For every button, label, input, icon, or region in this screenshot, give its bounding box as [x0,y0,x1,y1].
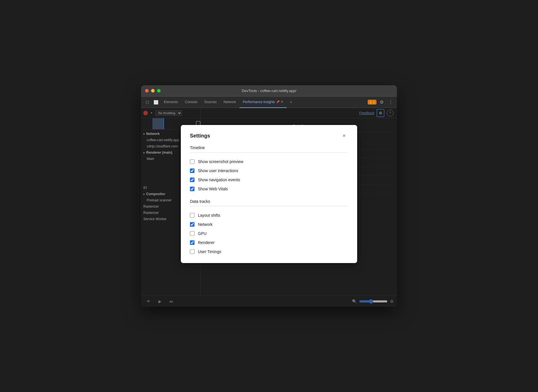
warning-icon: ⚠ [369,100,372,104]
timeline-divider [190,152,348,153]
user-interactions-checkbox[interactable] [190,168,194,173]
tab-more[interactable]: » [287,97,295,108]
layout-shifts-label[interactable]: Layout shifts [198,213,220,218]
checkbox-user-interactions: Show user interactions [190,166,348,175]
checkbox-navigation-events: Show navigation events [190,175,348,184]
user-interactions-label[interactable]: Show user interactions [198,168,238,173]
checkbox-web-vitals: Show Web Vitals [190,184,348,193]
gpu-checkbox[interactable] [190,231,194,236]
window-title: DevTools - coffee-cart.netlify.app/ [242,89,296,93]
title-bar: DevTools - coffee-cart.netlify.app/ [141,85,397,97]
data-tracks-divider [190,206,348,206]
checkbox-gpu: GPU [190,229,348,238]
tab-elements[interactable]: Elements [160,97,181,108]
tab-network[interactable]: Network [220,97,239,108]
web-vitals-checkbox[interactable] [190,187,194,191]
settings-modal: Settings × Timeline Show screenshot prev… [181,125,357,263]
close-traffic-light[interactable] [145,89,149,93]
timeline-section-label: Timeline [190,145,348,150]
modal-title: Settings [190,133,210,139]
maximize-traffic-light[interactable] [157,89,161,93]
renderer-checkbox[interactable] [190,240,194,245]
modal-close-button[interactable]: × [340,132,348,140]
modal-overlay: Settings × Timeline Show screenshot prev… [141,108,397,307]
devtools-window: DevTools - coffee-cart.netlify.app/ ⬡ ⬜ … [141,85,397,307]
issue-badge[interactable]: ⚠ 1 [368,100,376,105]
checkbox-renderer: Renderer [190,238,348,247]
more-options-icon-btn[interactable]: ⋮ [387,98,395,106]
network-checkbox-label[interactable]: Network [198,222,212,227]
checkbox-user-timings: User Timings [190,247,348,256]
tab-list: Elements Console Sources Network Perform… [160,97,367,108]
tab-performance-insights[interactable]: Performance insights 📌 ✕ [239,97,287,108]
gpu-label[interactable]: GPU [198,231,206,236]
web-vitals-label[interactable]: Show Web Vitals [198,187,228,191]
navigation-events-label[interactable]: Show navigation events [198,178,240,182]
settings-icon-btn[interactable]: ⚙ [378,98,386,106]
screenshot-checkbox[interactable] [190,159,194,164]
tab-close-icon[interactable]: ✕ [281,100,283,104]
toolbar-right: ⚠ 1 ⚙ ⋮ [368,98,395,106]
network-checkbox[interactable] [190,222,194,227]
screenshot-label[interactable]: Show screenshot preview [198,159,243,164]
user-timings-label[interactable]: User Timings [198,249,221,254]
renderer-label[interactable]: Renderer [198,240,214,245]
devtools-body: ▼ No throttling › ▶ Network coffee-cart.… [141,108,397,307]
user-timings-checkbox[interactable] [190,249,194,254]
devtools-toolbar: ⬡ ⬜ Elements Console Sources Network Per… [141,97,397,108]
pin-icon: 📌 [276,100,280,103]
traffic-lights [145,89,161,93]
layout-shifts-checkbox[interactable] [190,213,194,218]
tab-console[interactable]: Console [181,97,201,108]
cursor-icon-btn[interactable]: ⬡ [143,98,151,106]
data-tracks-section: Data tracks Layout shifts Network GPU [190,199,348,256]
data-tracks-section-label: Data tracks [190,199,348,204]
checkbox-network: Network [190,220,348,229]
minimize-traffic-light[interactable] [151,89,155,93]
device-icon-btn[interactable]: ⬜ [152,98,160,106]
modal-header: Settings × [190,132,348,140]
navigation-events-checkbox[interactable] [190,178,194,182]
checkbox-screenshot-preview: Show screenshot preview [190,157,348,166]
tab-sources[interactable]: Sources [201,97,220,108]
checkbox-layout-shifts: Layout shifts [190,211,348,220]
